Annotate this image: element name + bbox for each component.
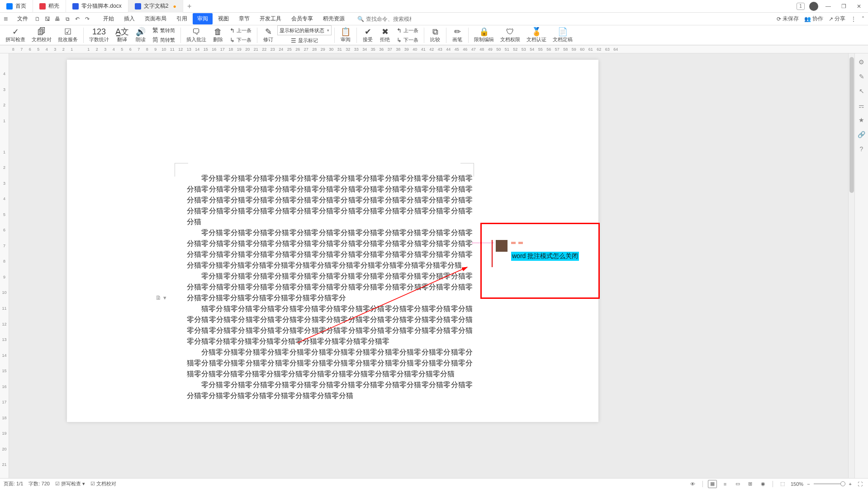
menu-page-layout[interactable]: 页面布局 bbox=[140, 13, 171, 24]
menu-review[interactable]: 审阅 bbox=[193, 13, 213, 24]
paragraph[interactable]: 猫零分猫零分猫零分猫零分猫零分猫零分猫零分猫零分猫零分猫零分猫零分猫零分猫零分猫… bbox=[187, 303, 473, 347]
delete-comment-button[interactable]: 🗑删除 bbox=[210, 26, 226, 44]
revise-button[interactable]: ✎修订 bbox=[260, 26, 276, 44]
zoom-out-button[interactable]: − bbox=[807, 481, 810, 487]
status-spell[interactable]: ☑ 拼写检查 ▾ bbox=[55, 480, 85, 487]
display-mode-select[interactable]: 显示标记的最终状态▾ bbox=[277, 25, 332, 35]
word-count-button[interactable]: 123字数统计 bbox=[86, 26, 112, 44]
qat-save-icon[interactable]: 🖫 bbox=[43, 15, 52, 23]
sidebar-edit-icon[interactable]: ✎ bbox=[858, 72, 866, 81]
spell-check-button[interactable]: ✓拼写检查 bbox=[3, 26, 28, 44]
doc-auth-button[interactable]: 🏅文档认证 bbox=[524, 26, 549, 44]
hamburger-icon[interactable]: ≡ bbox=[4, 15, 12, 23]
prev-change-button[interactable]: ↰上一条 bbox=[394, 26, 421, 35]
scrollbar-thumb[interactable] bbox=[849, 57, 854, 193]
compare-button[interactable]: ⧉比较 bbox=[427, 26, 443, 44]
menu-section[interactable]: 章节 bbox=[234, 13, 254, 24]
minimize-button[interactable]: — bbox=[823, 1, 834, 12]
paragraph[interactable]: 零分猫零分猫零分猫零分猫零分猫零分猫零分猫零分猫零分猫零分猫零分猫零分猫零分猫零… bbox=[187, 173, 473, 227]
zoom-slider-knob[interactable] bbox=[840, 481, 845, 486]
doc-proof-button[interactable]: 🗐文档校对 bbox=[29, 26, 54, 44]
coop-button[interactable]: 👥 协作 bbox=[804, 15, 823, 23]
accept-button[interactable]: ✔接受 bbox=[360, 26, 376, 44]
menu-member[interactable]: 会员专享 bbox=[287, 13, 318, 24]
prev-comment-button[interactable]: ↰上一条 bbox=[227, 26, 254, 35]
page-content[interactable]: 零分猫零分猫零分猫零分猫零分猫零分猫零分猫零分猫零分猫零分猫零分猫零分猫零分猫零… bbox=[187, 173, 473, 401]
unsaved-status[interactable]: ⟳ 未保存 bbox=[777, 15, 799, 23]
command-search[interactable]: 🔍 bbox=[357, 16, 411, 22]
status-words[interactable]: 字数: 720 bbox=[28, 480, 49, 487]
paragraph[interactable]: 零分猫零分猫零分猫零分猫零分猫零分猫零分猫零分猫零分猫零分猫零分猫零分猫零分猫零… bbox=[187, 227, 473, 271]
vertical-scrollbar[interactable] bbox=[848, 53, 854, 478]
document-canvas[interactable]: 零分猫零分猫零分猫零分猫零分猫零分猫零分猫零分猫零分猫零分猫零分猫零分猫零分猫零… bbox=[9, 53, 848, 478]
user-avatar[interactable] bbox=[809, 2, 818, 11]
view-read-icon[interactable]: ▭ bbox=[733, 480, 742, 488]
view-focus-icon[interactable]: ◉ bbox=[759, 480, 768, 488]
zoom-value[interactable]: 150% bbox=[791, 481, 803, 487]
qat-undo-icon[interactable]: ↶ bbox=[73, 15, 81, 23]
view-web-icon[interactable]: ⊞ bbox=[746, 480, 755, 488]
simp-trad-button[interactable]: 繁繁转简 bbox=[150, 26, 178, 35]
comment-action-dots[interactable] bbox=[511, 242, 523, 244]
read-aloud-button[interactable]: 🔊朗读 bbox=[133, 26, 149, 44]
zoom-fit-icon[interactable]: ⬚ bbox=[778, 480, 787, 488]
sidebar-help-icon[interactable]: ? bbox=[858, 145, 866, 153]
view-outline-icon[interactable]: ≡ bbox=[721, 480, 730, 488]
comment-text[interactable]: word 批注模式怎么关闭 bbox=[511, 252, 579, 261]
qat-new-icon[interactable]: 🗋 bbox=[33, 15, 42, 23]
paragraph[interactable]: 零分猫零分猫零分猫零分猫零分猫零分猫零分猫零分猫零分猫零分猫零分猫零分猫零分猫零… bbox=[187, 379, 473, 401]
vertical-ruler[interactable]: 4321123456789101112131415161718192021 bbox=[0, 53, 9, 478]
tab-doke[interactable]: 稻壳 bbox=[33, 0, 66, 13]
sidebar-toolbox-icon[interactable]: ⚙ bbox=[858, 58, 866, 66]
share-button[interactable]: ↗ 分享 bbox=[829, 15, 845, 23]
new-tab-button[interactable]: + bbox=[183, 2, 196, 10]
tab-doc-1[interactable]: 零分猫脚本.docx bbox=[66, 0, 128, 13]
file-menu[interactable]: 文件 bbox=[14, 14, 32, 24]
tab-home[interactable]: 首页 bbox=[0, 0, 33, 13]
sidebar-select-icon[interactable]: ↖ bbox=[858, 87, 866, 95]
trad-simp-button[interactable]: 简简转繁 bbox=[150, 35, 178, 44]
paragraph[interactable]: 分猫零分猫零分猫零分猫零分猫零分猫零分猫零分猫零分猫零分猫零分猫零分猫零分猫零分… bbox=[187, 347, 473, 379]
eye-mode-icon[interactable]: 👁 bbox=[688, 480, 697, 488]
notification-badge[interactable]: 1 bbox=[797, 3, 805, 10]
view-page-icon[interactable]: ▦ bbox=[708, 480, 717, 488]
revise-service-button[interactable]: ☑批改服务 bbox=[55, 26, 81, 44]
paragraph[interactable]: 零分猫零分猫零分猫零分猫零分猫零分猫零分猫零分猫零分猫零分猫零分猫零分猫零分猫零… bbox=[187, 271, 473, 303]
sidebar-link-icon[interactable]: 🔗 bbox=[858, 130, 866, 139]
status-page[interactable]: 页面: 1/1 bbox=[4, 480, 23, 487]
doc-final-button[interactable]: 📄文档定稿 bbox=[550, 26, 575, 44]
collapse-ribbon-icon[interactable]: ˄ bbox=[862, 16, 864, 22]
qat-preview-icon[interactable]: ⧉ bbox=[63, 15, 71, 23]
page-nav-indicator[interactable]: 🗎 ▾ bbox=[156, 294, 166, 301]
review-pane-button[interactable]: 📋审阅 bbox=[337, 26, 354, 44]
insert-comment-button[interactable]: 🗨插入批注 bbox=[184, 26, 209, 44]
comment-author-avatar[interactable] bbox=[496, 240, 508, 252]
zoom-in-button[interactable]: + bbox=[849, 481, 852, 487]
zoom-slider[interactable] bbox=[814, 483, 845, 484]
search-input[interactable] bbox=[366, 16, 411, 22]
qat-print-icon[interactable]: 🖶 bbox=[53, 15, 62, 23]
close-button[interactable]: ✕ bbox=[854, 1, 864, 12]
horizontal-ruler[interactable]: 8765432112345678910111213141516171819202… bbox=[0, 45, 868, 53]
menu-reference[interactable]: 引用 bbox=[172, 13, 192, 24]
next-change-button[interactable]: ↳下一条 bbox=[394, 35, 421, 44]
show-markup-button[interactable]: ☰显示标记 bbox=[277, 36, 332, 45]
doc-perm-button[interactable]: 🛡文档权限 bbox=[498, 26, 523, 44]
more-icon[interactable]: ⋮ bbox=[851, 16, 856, 22]
tab-doc-2[interactable]: 文字文稿2● bbox=[128, 0, 183, 13]
maximize-button[interactable]: ❐ bbox=[838, 1, 849, 12]
qat-redo-icon[interactable]: ↷ bbox=[83, 15, 91, 23]
translate-button[interactable]: A̲文翻译 bbox=[113, 26, 132, 44]
sidebar-favorite-icon[interactable]: ★ bbox=[858, 116, 866, 124]
menu-doke-res[interactable]: 稻壳资源 bbox=[318, 13, 349, 24]
status-proof[interactable]: ☑ 文档校对 bbox=[90, 480, 116, 487]
menu-view[interactable]: 视图 bbox=[213, 13, 233, 24]
menu-start[interactable]: 开始 bbox=[99, 13, 119, 24]
sidebar-settings-icon[interactable]: ⚎ bbox=[858, 101, 866, 110]
menu-insert[interactable]: 插入 bbox=[119, 13, 139, 24]
pen-button[interactable]: ✏画笔 bbox=[449, 26, 465, 44]
next-comment-button[interactable]: ↳下一条 bbox=[227, 35, 254, 44]
reject-button[interactable]: ✖拒绝 bbox=[377, 26, 393, 44]
menu-developer[interactable]: 开发工具 bbox=[255, 13, 286, 24]
fullscreen-icon[interactable]: ⛶ bbox=[855, 480, 864, 488]
